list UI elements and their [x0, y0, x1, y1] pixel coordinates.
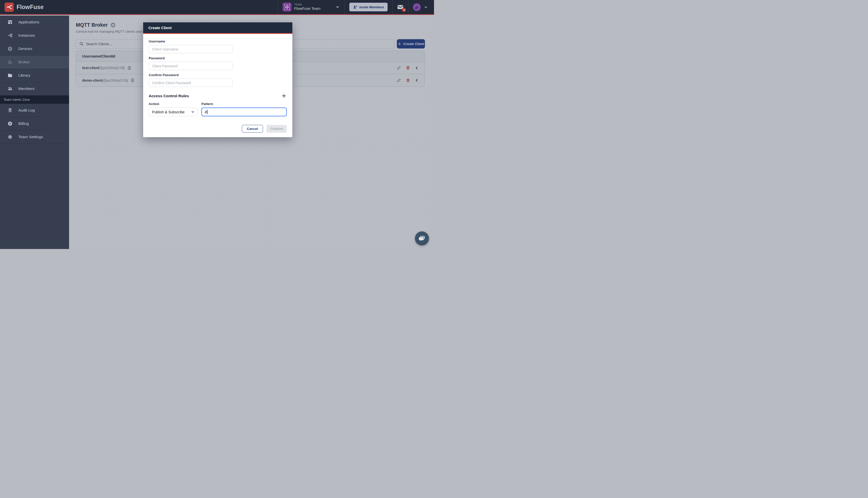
plus-icon [398, 42, 401, 46]
brand[interactable]: FlowFuse [0, 0, 44, 14]
sidebar-item-devices[interactable]: Devices [0, 42, 69, 55]
expand-row-button[interactable] [415, 78, 419, 82]
sidebar-item-applications[interactable]: Applications [0, 16, 69, 29]
sidebar-item-members[interactable]: Members [0, 82, 69, 95]
sidebar-item-team-settings[interactable]: Team Settings [0, 130, 69, 144]
folder-icon [8, 73, 13, 78]
top-navbar: FlowFuse TEAM: FlowFuse Team [0, 0, 434, 15]
cancel-button[interactable]: Cancel [242, 125, 263, 133]
sidebar-item-instances[interactable]: Instances [0, 29, 69, 42]
expand-row-button[interactable] [415, 66, 419, 70]
copy-icon[interactable] [127, 66, 131, 70]
confirm-password-field[interactable] [149, 79, 233, 87]
chevron-left-icon [415, 78, 419, 82]
action-label: Action [149, 102, 198, 106]
modal-title: Create Client [148, 26, 172, 30]
user-menu[interactable]: jp [408, 0, 434, 14]
team-admin-zone-label: Team Admin Zone [0, 95, 69, 104]
modal-header: Create Client [143, 22, 292, 34]
invite-section: Invite Members [344, 0, 392, 14]
user-plus-icon [353, 5, 357, 9]
password-field[interactable] [149, 62, 233, 70]
pattern-label: Pattern [201, 102, 287, 106]
add-rule-button[interactable] [281, 93, 287, 99]
sidebar: Applications Instances Devices [0, 16, 69, 249]
database-icon [8, 108, 13, 113]
edit-client-button[interactable] [397, 66, 401, 70]
password-label: Password [149, 56, 287, 60]
confirm-button[interactable]: Confirm [266, 125, 287, 133]
members-icon [8, 86, 13, 91]
chevron-down-icon [424, 5, 428, 9]
sidebar-item-broker[interactable]: Broker [0, 55, 69, 69]
chevron-down-icon [335, 5, 340, 9]
confirm-password-label: Confirm Password [149, 73, 287, 77]
gear-icon [8, 134, 13, 140]
team-label: TEAM: [294, 3, 321, 6]
sidebar-item-audit-log[interactable]: Audit Log [0, 104, 69, 117]
notifications-button[interactable]: 9 [397, 4, 404, 10]
svg-text:$: $ [9, 122, 11, 125]
delete-client-button[interactable] [406, 78, 410, 83]
page-title: MQTT Broker [76, 22, 108, 28]
pattern-input[interactable]: # [201, 107, 287, 116]
devices-icon [8, 46, 13, 51]
sidebar-item-library[interactable]: Library [0, 69, 69, 82]
flowfuse-logo-icon [4, 2, 14, 12]
team-avatar [282, 2, 292, 12]
user-avatar: jp [413, 3, 421, 11]
sidebar-item-billing[interactable]: $ Billing [0, 117, 69, 130]
edit-client-button[interactable] [397, 78, 401, 83]
trash-icon [406, 66, 410, 70]
applications-icon [8, 19, 13, 25]
team-name: FlowFuse Team [294, 6, 321, 11]
trash-icon [406, 78, 410, 83]
notifications-section: 9 [392, 0, 408, 14]
delete-client-button[interactable] [406, 66, 410, 70]
pencil-icon [397, 66, 401, 70]
create-client-modal: Create Client Username Password Confirm … [143, 22, 292, 137]
pencil-icon [397, 78, 401, 83]
search-icon [79, 42, 84, 46]
action-select[interactable]: Publish & Subscribe [149, 107, 198, 116]
plus-icon [282, 93, 286, 98]
create-client-button[interactable]: Create Client [397, 39, 425, 49]
username-field[interactable] [149, 45, 233, 53]
chevron-down-icon [191, 110, 195, 114]
notification-badge: 9 [402, 8, 406, 12]
chevron-left-icon [415, 66, 419, 70]
text-cursor [207, 110, 208, 114]
dollar-circle-icon: $ [8, 121, 13, 126]
info-icon[interactable] [110, 23, 116, 28]
broker-icon [8, 60, 13, 65]
acl-heading: Access Control Rules [149, 94, 189, 98]
chat-icon [418, 235, 426, 242]
instances-icon [8, 33, 13, 38]
copy-icon[interactable] [130, 78, 135, 82]
invite-members-button[interactable]: Invite Members [349, 2, 388, 12]
username-label: Username [149, 39, 287, 43]
chat-widget-button[interactable] [415, 232, 429, 246]
team-selector[interactable]: TEAM: FlowFuse Team [278, 0, 344, 14]
brand-name: FlowFuse [16, 4, 44, 11]
